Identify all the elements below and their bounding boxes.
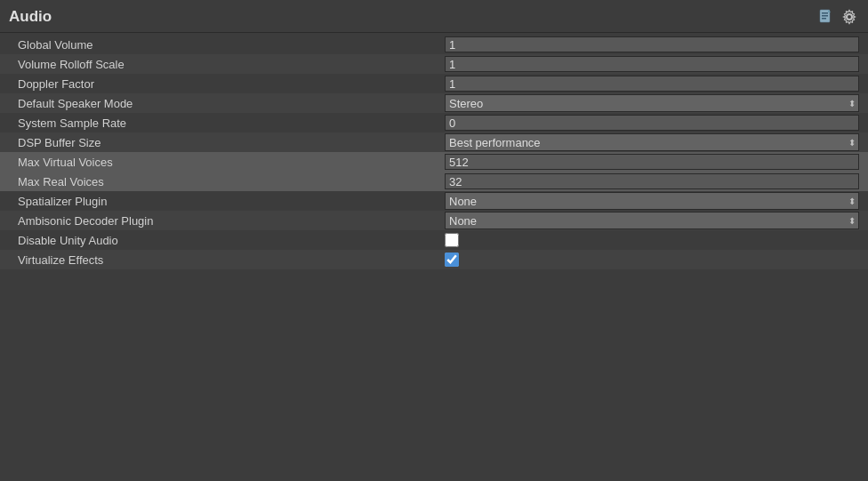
svg-rect-1 [822, 12, 828, 14]
label-ambisonic-decoder-plugin: Ambisonic Decoder Plugin [9, 214, 445, 228]
label-disable-unity-audio: Disable Unity Audio [9, 234, 445, 247]
input-system-sample-rate[interactable] [445, 115, 859, 131]
settings-row-system-sample-rate: System Sample Rate [0, 113, 868, 132]
svg-rect-2 [822, 15, 828, 17]
settings-row-virtualize-effects: Virtualize Effects [0, 250, 868, 269]
select-wrapper-default-speaker-mode: StereoMonoQuadSurroundMode5point1Mode7po… [445, 94, 859, 112]
label-default-speaker-mode: Default Speaker Mode [9, 97, 445, 110]
document-icon [818, 9, 834, 25]
settings-row-volume-rolloff-scale: Volume Rolloff Scale [0, 54, 868, 74]
header-icons [816, 7, 859, 27]
value-default-speaker-mode: StereoMonoQuadSurroundMode5point1Mode7po… [445, 94, 859, 112]
value-max-real-voices [445, 173, 859, 189]
settings-row-max-virtual-voices: Max Virtual Voices [0, 152, 868, 172]
value-max-virtual-voices [445, 154, 859, 170]
value-dsp-buffer-size: Best performanceGood latencyBest latency… [445, 133, 859, 151]
label-virtualize-effects: Virtualize Effects [9, 253, 445, 267]
value-doppler-factor [445, 76, 859, 92]
value-virtualize-effects [445, 253, 859, 267]
input-max-real-voices[interactable] [445, 173, 859, 189]
audio-panel: Audio Global VolumeVolume Rolloff Scal [0, 0, 868, 481]
label-max-real-voices: Max Real Voices [9, 175, 445, 188]
select-wrapper-dsp-buffer-size: Best performanceGood latencyBest latency… [445, 133, 859, 151]
label-volume-rolloff-scale: Volume Rolloff Scale [9, 58, 445, 71]
select-default-speaker-mode[interactable]: StereoMonoQuadSurroundMode5point1Mode7po… [445, 94, 859, 112]
label-system-sample-rate: System Sample Rate [9, 116, 445, 130]
label-max-virtual-voices: Max Virtual Voices [9, 156, 445, 169]
select-ambisonic-decoder-plugin[interactable]: None [445, 212, 859, 229]
select-wrapper-ambisonic-decoder-plugin: None [445, 212, 859, 229]
select-wrapper-spatializer-plugin: None [445, 192, 859, 210]
gear-icon-btn[interactable] [840, 7, 859, 27]
checkbox-virtualize-effects[interactable] [445, 253, 459, 267]
checkbox-wrapper-virtualize-effects [445, 253, 859, 267]
label-global-volume: Global Volume [9, 38, 445, 52]
value-spatializer-plugin: None [445, 192, 859, 210]
document-icon-btn[interactable] [816, 7, 836, 27]
input-volume-rolloff-scale[interactable] [445, 56, 859, 72]
panel-title: Audio [9, 8, 52, 26]
label-spatializer-plugin: Spatializer Plugin [9, 195, 445, 208]
checkbox-wrapper-disable-unity-audio [445, 233, 859, 247]
label-doppler-factor: Doppler Factor [9, 77, 445, 91]
settings-row-default-speaker-mode: Default Speaker ModeStereoMonoQuadSurrou… [0, 93, 868, 113]
select-spatializer-plugin[interactable]: None [445, 192, 859, 210]
settings-row-ambisonic-decoder-plugin: Ambisonic Decoder PluginNone [0, 211, 868, 230]
label-dsp-buffer-size: DSP Buffer Size [9, 136, 445, 149]
panel-content: Global VolumeVolume Rolloff ScaleDoppler… [0, 35, 868, 481]
panel-header: Audio [0, 0, 868, 32]
value-system-sample-rate [445, 115, 859, 131]
value-volume-rolloff-scale [445, 56, 859, 72]
settings-row-global-volume: Global Volume [0, 35, 868, 54]
settings-row-doppler-factor: Doppler Factor [0, 74, 868, 93]
input-global-volume[interactable] [445, 36, 859, 52]
value-disable-unity-audio [445, 233, 859, 247]
value-global-volume [445, 36, 859, 52]
settings-row-max-real-voices: Max Real Voices [0, 172, 868, 191]
settings-row-dsp-buffer-size: DSP Buffer SizeBest performanceGood late… [0, 132, 868, 152]
input-doppler-factor[interactable] [445, 76, 859, 92]
input-max-virtual-voices[interactable] [445, 154, 859, 170]
select-dsp-buffer-size[interactable]: Best performanceGood latencyBest latency… [445, 133, 859, 151]
header-divider [0, 32, 868, 33]
gear-icon [841, 9, 857, 25]
svg-point-5 [847, 14, 852, 20]
settings-row-spatializer-plugin: Spatializer PluginNone [0, 191, 868, 211]
value-ambisonic-decoder-plugin: None [445, 212, 859, 229]
checkbox-disable-unity-audio[interactable] [445, 233, 459, 247]
settings-row-disable-unity-audio: Disable Unity Audio [0, 230, 868, 250]
svg-rect-3 [822, 18, 826, 20]
